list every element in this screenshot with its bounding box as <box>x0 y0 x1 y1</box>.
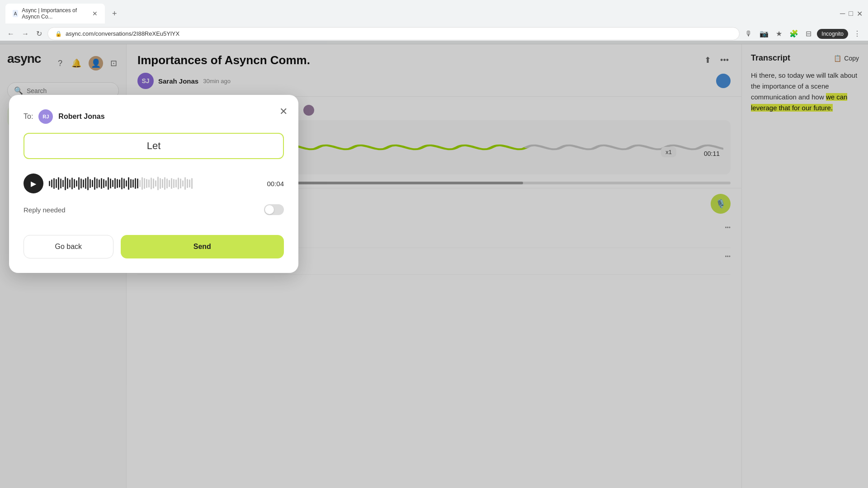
waveform-bar <box>144 178 145 189</box>
waveform-bar <box>171 178 172 189</box>
waveform-bar <box>135 178 136 189</box>
waveform-bar <box>157 177 159 190</box>
waveform-bar <box>71 178 73 189</box>
waveform-bar <box>96 178 98 188</box>
waveform-bar <box>67 178 68 189</box>
modal-to-label: To: <box>24 113 33 121</box>
waveform-bar <box>178 178 179 189</box>
waveform-bar <box>105 180 107 187</box>
microphone-icon[interactable]: 🎙 <box>743 28 754 40</box>
chrome-menu-icon[interactable]: ⋮ <box>852 28 863 40</box>
waveform-bar <box>62 180 64 187</box>
tab-close-button[interactable]: ✕ <box>92 10 98 17</box>
waveform-bar <box>74 179 75 188</box>
waveform-bar <box>180 178 181 188</box>
waveform-bar <box>90 179 91 188</box>
address-text: async.com/conversations/2I88ReXEu5YlYX <box>66 30 732 37</box>
waveform-bar <box>153 178 154 188</box>
waveform-bar <box>110 178 111 188</box>
waveform-bar <box>166 178 168 188</box>
tab-title: Async | Importances of Asyncn Co... <box>22 7 89 20</box>
reload-button[interactable]: ↻ <box>34 28 44 40</box>
waveform-bar <box>108 177 109 190</box>
waveform-bar <box>112 180 113 187</box>
waveform-bar <box>182 180 184 187</box>
chrome-minimize-icon[interactable]: ─ <box>840 9 845 18</box>
waveform-bar <box>123 178 125 188</box>
modal-play-button[interactable]: ▶ <box>24 174 43 193</box>
waveform-bar <box>146 179 147 188</box>
incognito-badge: Incognito <box>817 29 848 39</box>
waveform-bar <box>121 178 123 189</box>
waveform-bar <box>101 178 102 189</box>
waveform-bar <box>175 179 177 188</box>
send-button[interactable]: Send <box>121 235 284 258</box>
reply-needed-toggle[interactable] <box>264 204 284 215</box>
modal-close-button[interactable]: ✕ <box>279 106 288 117</box>
waveform-bar <box>151 178 152 189</box>
lock-icon: 🔒 <box>55 31 62 37</box>
waveform-bar <box>103 179 104 188</box>
forward-button[interactable]: → <box>20 28 31 40</box>
waveform-bar <box>187 179 188 188</box>
extensions-icon[interactable]: 🧩 <box>788 28 800 40</box>
waveform-bar <box>139 180 141 187</box>
waveform-bar <box>60 178 61 188</box>
modal-recipient-name: Robert Jonas <box>58 113 104 121</box>
waveform-bar <box>114 178 116 189</box>
waveform-bar <box>65 177 66 190</box>
sidebar-icon[interactable]: ⊟ <box>804 28 813 40</box>
waveform-bar <box>160 178 161 189</box>
modal-audio-player: ▶ // Generate waveform bars inline const… <box>24 168 284 199</box>
go-back-button[interactable]: Go back <box>24 235 113 258</box>
waveform-bar <box>169 180 170 187</box>
toggle-thumb <box>265 205 274 214</box>
camera-icon[interactable]: 📷 <box>758 28 770 40</box>
bookmark-icon[interactable]: ★ <box>774 28 784 40</box>
waveform-bar <box>85 178 86 189</box>
waveform-bar <box>126 180 127 187</box>
waveform-bar <box>99 179 100 188</box>
waveform-bar <box>189 179 190 188</box>
waveform-bar <box>92 180 93 187</box>
waveform-bar <box>148 179 150 188</box>
waveform-bar <box>191 178 193 189</box>
modal-footer: Go back Send <box>24 235 284 258</box>
address-bar[interactable]: 🔒 async.com/conversations/2I88ReXEu5YlYX <box>47 27 740 40</box>
waveform-bar <box>128 177 129 190</box>
new-tab-button[interactable]: + <box>108 7 121 20</box>
modal-reply-label: Reply needed <box>24 206 66 214</box>
waveform-bar <box>142 177 143 190</box>
waveform-bar <box>184 177 186 190</box>
modal-audio-time: 00:04 <box>267 180 284 188</box>
waveform-bar <box>78 177 80 190</box>
waveform-bar <box>56 179 57 188</box>
waveform-bar <box>51 179 52 188</box>
browser-actions: 🎙 📷 ★ 🧩 ⊟ Incognito ⋮ <box>743 28 863 40</box>
back-button[interactable]: ← <box>5 28 16 40</box>
modal-waveform: // Generate waveform bars inline const h… <box>49 176 261 191</box>
waveform-bar <box>119 179 120 188</box>
waveform-bar <box>164 177 165 190</box>
waveform-bar <box>137 178 138 188</box>
chrome-maximize-icon[interactable]: □ <box>849 9 853 18</box>
waveform-bar <box>155 180 156 187</box>
waveform-bar <box>58 177 59 190</box>
waveform-bar <box>83 179 84 188</box>
browser-chrome: A Async | Importances of Asyncn Co... ✕ … <box>0 0 868 44</box>
modal-reply-row: Reply needed <box>24 199 284 221</box>
waveform-bar <box>132 179 134 188</box>
browser-tab[interactable]: A Async | Importances of Asyncn Co... ✕ <box>5 4 105 23</box>
tab-favicon: A <box>13 10 18 17</box>
compose-modal: ✕ To: RJ Robert Jonas ▶ // Generate wave… <box>9 95 298 273</box>
modal-overlay: ✕ To: RJ Robert Jonas ▶ // Generate wave… <box>0 41 868 488</box>
modal-to-row: To: RJ Robert Jonas <box>24 109 284 124</box>
chrome-close-icon[interactable]: ✕ <box>857 9 863 18</box>
waveform-bar <box>130 179 132 188</box>
waveform-bar <box>80 178 82 188</box>
waveform-bar <box>49 181 50 186</box>
waveform-bar <box>173 179 175 188</box>
message-title-input[interactable] <box>24 133 284 159</box>
waveform-bar <box>53 178 55 189</box>
waveform-bar <box>76 180 77 187</box>
